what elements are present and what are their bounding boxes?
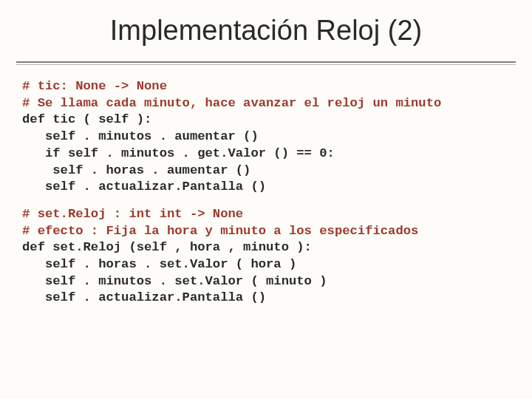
comment-line: # Se llama cada minuto, hace avanzar el … (22, 96, 441, 110)
code-line: self . minutos . set.Valor ( minuto ) (22, 274, 327, 288)
code-line: self . horas . set.Valor ( hora ) (22, 257, 296, 271)
comment-line: # set.Reloj : int int -> None (22, 207, 243, 221)
slide-title: Implementación Reloj (2) (0, 0, 532, 55)
code-line: self . horas . aumentar () (22, 163, 250, 177)
code-block: # tic: None -> None # Se llama cada minu… (0, 65, 532, 307)
code-line: self . minutos . aumentar () (22, 129, 259, 143)
code-line: self . actualizar.Pantalla () (22, 290, 266, 304)
code-line: self . actualizar.Pantalla () (22, 180, 266, 194)
code-line: def tic ( self ): (22, 112, 151, 126)
code-line: if self . minutos . get.Valor () == 0: (22, 146, 335, 160)
code-line: def set.Reloj (self , hora , minuto ): (22, 240, 312, 254)
comment-line: # efecto : Fija la hora y minuto a los e… (22, 224, 418, 238)
divider-top (16, 61, 516, 63)
slide: Implementación Reloj (2) # tic: None -> … (0, 0, 532, 399)
comment-line: # tic: None -> None (22, 79, 167, 93)
